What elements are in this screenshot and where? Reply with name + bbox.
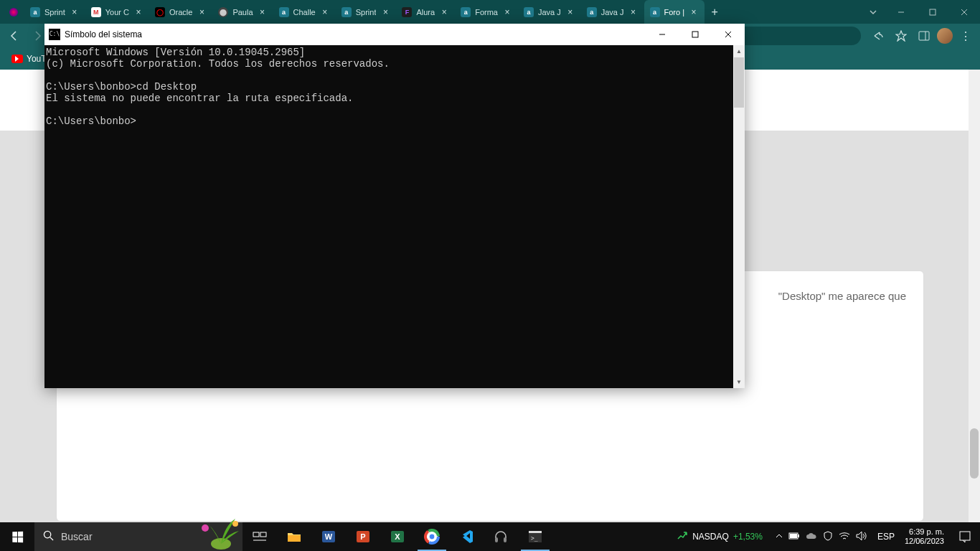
svg-rect-15 <box>253 532 259 537</box>
start-button[interactable] <box>0 522 34 551</box>
tab-label: Challe <box>293 8 316 17</box>
new-tab-button[interactable]: + <box>705 0 725 24</box>
close-icon[interactable]: × <box>133 7 143 17</box>
terminal-icon[interactable]: >_ <box>518 522 552 551</box>
close-icon[interactable]: × <box>197 7 207 17</box>
scrollbar-thumb[interactable] <box>970 428 979 479</box>
security-icon[interactable] <box>823 531 833 543</box>
tab-strip: a Sprint × M Your C × ◯ Oracle × ⬤ Paula… <box>0 0 980 24</box>
browser-tab[interactable]: ⬤ Paula × <box>212 0 273 24</box>
file-explorer-icon[interactable] <box>277 522 311 551</box>
wifi-icon[interactable] <box>839 532 850 542</box>
svg-text:W: W <box>325 532 333 541</box>
cmd-terminal[interactable]: Microsoft Windows [Versión 10.0.19045.29… <box>44 45 733 388</box>
tab-label: Alura <box>416 8 435 17</box>
close-button[interactable] <box>712 24 745 45</box>
close-icon[interactable]: × <box>439 7 449 17</box>
tab-label: Paula <box>232 8 253 17</box>
close-icon[interactable]: × <box>70 7 80 17</box>
browser-tab[interactable]: a Java J × <box>581 0 644 24</box>
tab-label: Java J <box>601 8 624 17</box>
close-icon[interactable]: × <box>628 7 639 17</box>
tabs-container: a Sprint × M Your C × ◯ Oracle × ⬤ Paula… <box>0 0 861 24</box>
back-button[interactable] <box>4 26 24 46</box>
chevron-up-icon[interactable] <box>776 532 783 542</box>
page-scrollbar[interactable] <box>969 70 980 522</box>
clock[interactable]: 6:39 p. m. 12/06/2023 <box>899 527 950 546</box>
bookmark-star-icon[interactable] <box>891 26 911 46</box>
kebab-menu-icon[interactable]: ⋮ <box>956 29 976 43</box>
vscode-icon[interactable] <box>449 522 484 551</box>
browser-tab[interactable]: M Your C × <box>85 0 149 24</box>
headphones-icon[interactable] <box>484 522 518 551</box>
favicon-icon: ⬤ <box>218 7 228 17</box>
favicon-icon: a <box>650 7 660 17</box>
chrome-icon[interactable] <box>415 522 449 551</box>
powerpoint-icon[interactable]: P <box>346 522 380 551</box>
svg-rect-4 <box>919 32 929 40</box>
favicon-icon: a <box>461 7 471 17</box>
windows-logo-icon <box>12 531 23 542</box>
onedrive-icon[interactable] <box>806 532 817 542</box>
taskbar-search[interactable]: Buscar <box>34 522 242 551</box>
browser-tab[interactable] <box>3 0 24 24</box>
svg-point-13 <box>202 524 209 532</box>
close-icon[interactable]: × <box>380 7 390 17</box>
youtube-icon <box>11 55 23 63</box>
clock-time: 6:39 p. m. <box>905 527 944 537</box>
scrollbar-thumb[interactable] <box>734 57 744 108</box>
share-icon[interactable] <box>868 26 888 46</box>
close-icon[interactable]: × <box>689 7 699 17</box>
cmd-icon: C:\ <box>49 29 60 40</box>
svg-rect-1 <box>930 9 936 15</box>
window-controls <box>885 0 980 24</box>
close-icon[interactable]: × <box>320 7 330 17</box>
svg-rect-7 <box>692 32 698 37</box>
notifications-icon[interactable] <box>950 530 980 543</box>
cmd-line: El sistema no puede encontrar la ruta es… <box>46 93 353 104</box>
svg-rect-37 <box>798 534 799 537</box>
browser-tab[interactable]: a Sprint × <box>336 0 397 24</box>
battery-icon[interactable] <box>788 532 800 542</box>
word-icon[interactable]: W <box>311 522 346 551</box>
browser-tab[interactable]: a Challe × <box>273 0 336 24</box>
browser-tab[interactable]: ◯ Oracle × <box>149 0 212 24</box>
news-widget[interactable]: NASDAQ +1,53% <box>669 530 770 544</box>
browser-tab[interactable]: a Java J × <box>518 0 581 24</box>
cmd-titlebar[interactable]: C:\ Símbolo del sistema <box>44 24 745 45</box>
excel-icon[interactable]: X <box>380 522 415 551</box>
browser-tab-active[interactable]: a Foro | × <box>644 0 705 24</box>
scroll-up-icon[interactable]: ▲ <box>733 45 745 57</box>
favicon-icon: a <box>587 7 597 17</box>
maximize-button[interactable] <box>917 0 948 24</box>
task-view-icon[interactable] <box>242 522 277 551</box>
minimize-button[interactable] <box>885 0 917 24</box>
cmd-scrollbar[interactable]: ▲ ▼ <box>733 45 745 388</box>
browser-tab[interactable]: a Sprint × <box>24 0 85 24</box>
svg-line-11 <box>50 537 53 540</box>
scroll-down-icon[interactable]: ▼ <box>733 376 745 388</box>
minimize-button[interactable] <box>646 24 679 45</box>
tab-label: Oracle <box>169 8 192 17</box>
favicon-icon: ◯ <box>155 7 165 17</box>
tab-label: Your C <box>105 8 129 17</box>
svg-rect-38 <box>790 534 797 538</box>
tab-label: Forma <box>475 8 498 17</box>
search-icon <box>43 530 54 544</box>
svg-rect-32 <box>504 537 507 542</box>
news-label: NASDAQ <box>692 532 729 542</box>
close-button[interactable] <box>948 0 980 24</box>
close-icon[interactable]: × <box>565 7 575 17</box>
close-icon[interactable]: × <box>258 7 268 17</box>
browser-tab[interactable]: F Alura × <box>396 0 455 24</box>
tab-overflow-icon[interactable] <box>861 0 885 24</box>
maximize-button[interactable] <box>679 24 712 45</box>
search-placeholder: Buscar <box>61 531 93 542</box>
close-icon[interactable]: × <box>502 7 512 17</box>
favicon-icon: a <box>524 7 534 17</box>
volume-icon[interactable] <box>856 531 867 543</box>
browser-tab[interactable]: a Forma × <box>455 0 518 24</box>
profile-avatar[interactable] <box>937 28 953 44</box>
side-panel-icon[interactable] <box>914 26 934 46</box>
language-indicator[interactable]: ESP <box>873 532 899 542</box>
